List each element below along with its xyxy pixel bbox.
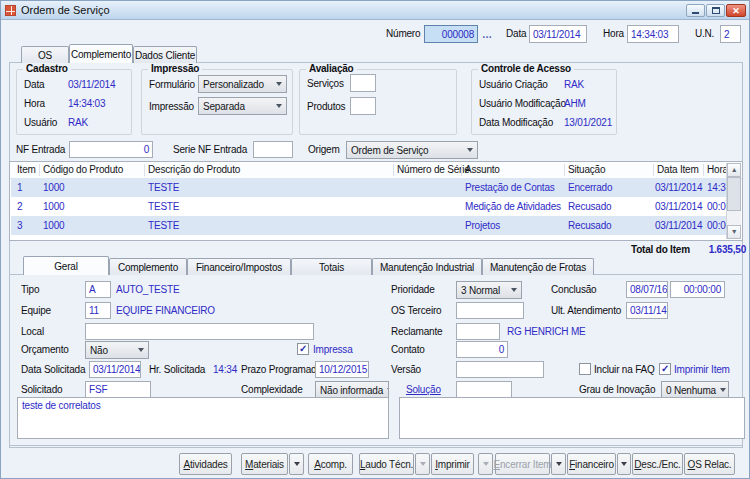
impressao-group-title: Impressão: [148, 63, 202, 74]
imprimir-dropdown-button[interactable]: [478, 453, 493, 475]
col-codigo[interactable]: Código do Produto: [43, 162, 123, 178]
desc-enc-button[interactable]: Desc./Enc.: [632, 453, 683, 475]
os-relac-button[interactable]: OS Relac.: [684, 453, 735, 475]
maximize-icon: [712, 7, 720, 14]
scroll-down-icon[interactable]: ▼: [727, 225, 741, 239]
maximize-button[interactable]: [706, 4, 725, 17]
impressao-label: Impressão: [149, 101, 194, 112]
observacao-textarea[interactable]: [399, 397, 745, 439]
un-input[interactable]: 2: [720, 25, 741, 43]
imprimir-button[interactable]: Imprimir: [431, 453, 474, 475]
numero-lookup-button[interactable]: …: [482, 29, 492, 40]
correlatos-textarea[interactable]: teste de correlatos: [17, 397, 389, 439]
close-button[interactable]: ✕: [726, 4, 746, 17]
contato-input[interactable]: 0: [456, 341, 508, 358]
formulario-dropdown[interactable]: Personalizado: [198, 75, 287, 93]
cadastro-group-title: Cadastro: [23, 63, 71, 74]
tab-dados-cliente[interactable]: Dados Cliente: [133, 46, 197, 63]
encerrar-item-button[interactable]: Encerrar Item: [495, 453, 550, 475]
data-input[interactable]: 03/11/2014: [529, 25, 587, 43]
laudo-tecnico-button[interactable]: Laudo Técn.: [359, 453, 414, 475]
complexidade-value: Não informada: [320, 385, 383, 396]
produtos-input[interactable]: [350, 97, 376, 115]
serie-nf-entrada-input[interactable]: [253, 141, 293, 158]
table-header-row: Item Código do Produto Descrição do Prod…: [10, 162, 742, 179]
os-terceiro-input[interactable]: [456, 302, 524, 319]
materiais-button[interactable]: Materiais: [241, 453, 288, 475]
orcamento-value: Não: [90, 345, 108, 356]
numero-input[interactable]: 000008: [424, 25, 478, 43]
col-situacao[interactable]: Situação: [568, 162, 605, 178]
tab-manutencao-industrial[interactable]: Manutenção Industrial: [372, 258, 482, 275]
scroll-up-icon[interactable]: ▲: [727, 163, 741, 177]
cadastro-hora-value: 14:34:03: [68, 98, 105, 109]
nf-entrada-input[interactable]: 0: [69, 141, 153, 158]
versao-input[interactable]: [456, 361, 544, 378]
col-assunto[interactable]: Assunto: [465, 162, 500, 178]
col-numero-serie[interactable]: Número de Série: [397, 162, 470, 178]
app-grid-icon: [5, 5, 16, 16]
conclusao-data-input[interactable]: 08/07/16: [626, 281, 668, 298]
cell-item: 1: [17, 178, 22, 197]
items-table: Item Código do Produto Descrição do Prod…: [9, 161, 743, 241]
cell-assunto: Medição de Atividades: [465, 197, 561, 216]
usuario-criacao-value: RAK: [564, 79, 584, 90]
servicos-input[interactable]: [350, 74, 376, 92]
equipe-input[interactable]: 11: [85, 302, 111, 319]
materiais-dropdown-button[interactable]: [289, 453, 304, 475]
un-label: U.N.: [695, 28, 714, 39]
encerrar-dropdown-button[interactable]: [551, 453, 566, 475]
table-row[interactable]: 2 1000 TESTE Medição de Atividades Recus…: [11, 197, 727, 216]
cell-situacao: Encerrado: [568, 178, 612, 197]
scrollbar-thumb[interactable]: [727, 177, 741, 211]
laudo-dropdown-button[interactable]: [415, 453, 430, 475]
solucao-link[interactable]: Solução: [406, 384, 441, 395]
incluir-faq-checkbox[interactable]: [579, 363, 591, 375]
solicitado-input[interactable]: FSF: [85, 381, 151, 398]
hora-input[interactable]: 14:34:03: [627, 25, 679, 43]
tab-complemento-detalhe[interactable]: Complemento: [109, 258, 187, 275]
origem-label: Origem: [308, 144, 340, 155]
prazo-programado-input[interactable]: 10/12/2015: [315, 361, 369, 378]
cadastro-data-value: 03/11/2014: [68, 79, 115, 90]
tipo-input[interactable]: A: [85, 281, 111, 298]
tab-financeiro-impostos[interactable]: Financeiro/Impostos: [187, 258, 291, 275]
ult-atendimento-input[interactable]: 03/11/14: [626, 302, 668, 319]
col-item[interactable]: Item: [17, 162, 36, 178]
tab-totais[interactable]: Totais: [291, 258, 372, 275]
col-descricao[interactable]: Descrição do Produto: [148, 162, 240, 178]
minimize-button[interactable]: [686, 4, 705, 17]
tab-geral[interactable]: Geral: [23, 256, 109, 275]
table-row[interactable]: 1 1000 TESTE Prestação de Contas Encerra…: [11, 178, 727, 197]
tab-manutencao-frotas[interactable]: Manutenção de Frotas: [482, 258, 594, 275]
col-hora[interactable]: Hora: [707, 162, 728, 178]
tab-os[interactable]: OS: [21, 46, 69, 63]
equipe-label: Equipe: [21, 305, 51, 316]
acomp-button[interactable]: Acomp.: [308, 453, 353, 475]
table-row[interactable]: 3 1000 TESTE Projetos Recusado 03/11/201…: [11, 216, 727, 235]
cadastro-group: Cadastro Data 03/11/2014 Hora 14:34:03 U…: [16, 69, 132, 135]
grau-inovacao-value: 0 Nenhuma: [666, 385, 716, 396]
imprimir-item-checkbox[interactable]: ✓: [659, 363, 671, 375]
col-data-item[interactable]: Data Item: [657, 162, 699, 178]
avaliacao-group: Avaliação Serviços Produtos: [299, 69, 457, 135]
cell-descricao: TESTE: [148, 178, 179, 197]
solucao-input[interactable]: [456, 381, 512, 398]
atividades-button[interactable]: Atividades: [179, 453, 232, 475]
impressa-checkbox[interactable]: ✓: [297, 343, 309, 355]
table-scrollbar[interactable]: ▲ ▼: [726, 163, 741, 239]
financeiro-dropdown-button[interactable]: [617, 453, 631, 475]
table-row[interactable]: 4 1000 TESTE Relatório Atividade 03 03/1…: [11, 235, 727, 241]
local-input[interactable]: [85, 323, 314, 340]
conclusao-hora-input[interactable]: 00:00:00: [670, 281, 725, 298]
data-solicitada-input[interactable]: 03/11/2014: [89, 361, 141, 378]
origem-dropdown[interactable]: Ordem de Serviço: [346, 141, 478, 159]
prioridade-dropdown[interactable]: 3 Normal: [456, 281, 522, 299]
impressao-dropdown[interactable]: Separada: [198, 97, 287, 115]
orcamento-dropdown[interactable]: Não: [85, 341, 149, 359]
tab-complemento[interactable]: Complemento: [69, 44, 133, 63]
cell-data: 03/11/2014: [655, 197, 702, 216]
chevron-down-icon: [511, 288, 517, 292]
reclamante-input[interactable]: [456, 323, 500, 340]
financeiro-button[interactable]: Financeiro: [567, 453, 616, 475]
